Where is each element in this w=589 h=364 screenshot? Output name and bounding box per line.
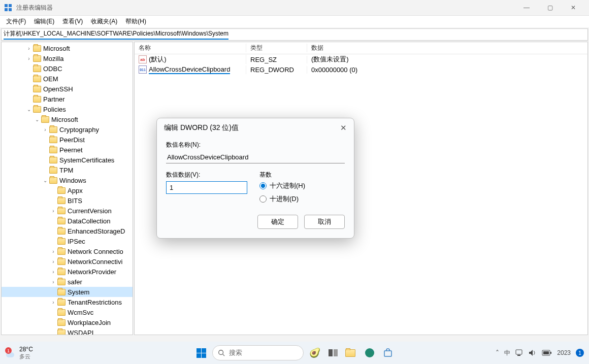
tree-item-tenantrestrictions[interactable]: ›TenantRestrictions	[2, 297, 133, 307]
tree-item-peerdist[interactable]: ›PeerDist	[2, 135, 133, 145]
svg-rect-9	[384, 351, 391, 356]
tree-item-microsoft[interactable]: ›Microsoft	[2, 43, 133, 53]
minimize-button[interactable]: —	[515, 0, 538, 15]
taskbar-store[interactable]	[381, 346, 395, 360]
radio-dec-input[interactable]	[259, 195, 267, 203]
radio-dec[interactable]: 十进制(D)	[259, 194, 305, 204]
folder-icon	[57, 218, 66, 224]
tree-item-wcmsvc[interactable]: ›WcmSvc	[2, 307, 133, 317]
tree-item-safer[interactable]: ›safer	[2, 277, 133, 287]
folder-icon	[57, 319, 66, 326]
column-type[interactable]: 类型	[246, 44, 307, 52]
list-row[interactable]: 011AllowCrossDeviceClipboardREG_DWORD0x0…	[135, 64, 587, 75]
dialog-close-button[interactable]: ✕	[340, 123, 347, 133]
column-data[interactable]: 数据	[307, 44, 587, 52]
tree-item-bits[interactable]: ›BITS	[2, 195, 133, 206]
list-row[interactable]: ab(默认)REG_SZ(数值未设置)	[135, 54, 587, 64]
menu-file[interactable]: 文件(F)	[2, 16, 30, 27]
tree-item-systemcertificates[interactable]: ›SystemCertificates	[2, 155, 133, 165]
chevron-right-icon[interactable]: ›	[26, 56, 32, 61]
tree-item-peernet[interactable]: ›Peernet	[2, 145, 133, 155]
tray-clock[interactable]: 2023	[557, 349, 571, 356]
menu-edit[interactable]: 编辑(E)	[30, 16, 58, 27]
close-button[interactable]: ✕	[562, 0, 585, 15]
tray-chevron-up-icon[interactable]: ˄	[496, 349, 499, 357]
tree-item-odbc[interactable]: ›ODBC	[2, 63, 133, 74]
radio-hex[interactable]: 十六进制(H)	[259, 181, 305, 190]
chevron-right-icon[interactable]: ›	[50, 259, 56, 264]
tree-item-openssh[interactable]: ›OpenSSH	[2, 84, 133, 94]
tree-panel[interactable]: ›Microsoft›Mozilla›ODBC›OEM›OpenSSH›Part…	[1, 42, 133, 335]
value-data-input[interactable]	[166, 181, 247, 194]
taskbar-edge[interactable]	[363, 346, 377, 360]
chevron-down-icon[interactable]: ⌄	[42, 178, 48, 183]
chevron-right-icon[interactable]: ›	[50, 249, 56, 254]
menu-view[interactable]: 查看(V)	[58, 16, 87, 27]
chevron-down-icon[interactable]: ⌄	[34, 117, 40, 122]
folder-icon	[57, 299, 66, 306]
tray-network-icon[interactable]	[515, 349, 523, 356]
value-name-label: 数值名称(N):	[166, 141, 345, 149]
taskbar-weather[interactable]: 1 28°C 多云	[5, 346, 33, 360]
chevron-right-icon[interactable]: ›	[50, 269, 56, 275]
address-bar[interactable]: 计算机\HKEY_LOCAL_MACHINE\SOFTWARE\Policies…	[1, 28, 588, 41]
column-name[interactable]: 名称	[135, 44, 246, 52]
svg-rect-2	[5, 8, 8, 11]
chevron-right-icon[interactable]: ›	[26, 46, 32, 51]
tree-item-partner[interactable]: ›Partner	[2, 94, 133, 104]
tree-item-windows[interactable]: ⌄Windows	[2, 175, 133, 185]
tree-item-networkconnectivi[interactable]: ›NetworkConnectivi	[2, 256, 133, 267]
taskbar-search[interactable]: 搜索	[212, 345, 304, 360]
tree-item-currentversion[interactable]: ›CurrentVersion	[2, 206, 133, 216]
ok-button[interactable]: 确定	[257, 215, 298, 229]
tree-item-ipsec[interactable]: ›IPSec	[2, 236, 133, 246]
tree-item-microsoft[interactable]: ⌄Microsoft	[2, 114, 133, 124]
value-data: 0x00000000 (0)	[307, 66, 587, 74]
tree-item-cryptography[interactable]: ›Cryptography	[2, 124, 133, 135]
menu-help[interactable]: 帮助(H)	[121, 16, 150, 27]
tree-item-label: PeerDist	[59, 136, 85, 144]
tree-item-wsdapi[interactable]: ›WSDAPI	[2, 327, 133, 335]
tree-item-oem[interactable]: ›OEM	[2, 74, 133, 84]
tray-battery-icon[interactable]	[542, 350, 552, 356]
tree-item-networkprovider[interactable]: ›NetworkProvider	[2, 267, 133, 277]
tree-item-datacollection[interactable]: ›DataCollection	[2, 216, 133, 226]
value-name-input[interactable]	[166, 151, 345, 163]
chevron-right-icon[interactable]: ›	[50, 208, 56, 214]
taskbar-explorer[interactable]	[344, 346, 358, 360]
weather-icon: 1	[5, 347, 16, 358]
tree-item-mozilla[interactable]: ›Mozilla	[2, 53, 133, 63]
tree-item-network-connectio[interactable]: ›Network Connectio	[2, 246, 133, 256]
folder-icon	[57, 269, 66, 275]
tree-item-label: WSDAPI	[68, 329, 93, 336]
tree-item-appx[interactable]: ›Appx	[2, 185, 133, 195]
svg-rect-7	[334, 349, 338, 356]
tree-item-label: Peernet	[59, 146, 83, 154]
chevron-right-icon[interactable]: ›	[42, 127, 48, 133]
tree-item-label: Partner	[43, 95, 65, 103]
tree-item-label: ODBC	[43, 65, 62, 73]
taskbar: 1 28°C 多云 搜索 🥑 ˄ 中 2023 1	[0, 342, 589, 364]
start-button[interactable]	[194, 346, 208, 360]
menu-favorites[interactable]: 收藏夹(A)	[87, 16, 121, 27]
tree-item-policies[interactable]: ⌄Policies	[2, 104, 133, 114]
cancel-button[interactable]: 取消	[304, 215, 345, 229]
svg-point-4	[219, 350, 223, 355]
reg-binary-icon: 011	[139, 65, 147, 74]
tray-notification-badge[interactable]: 1	[576, 349, 584, 357]
maximize-button[interactable]: ▢	[538, 0, 562, 15]
tray-ime[interactable]: 中	[504, 349, 510, 357]
base-label: 基数	[259, 171, 305, 179]
tree-item-system[interactable]: ›System	[2, 287, 133, 297]
chevron-down-icon[interactable]: ⌄	[26, 107, 32, 112]
tree-item-workplacejoin[interactable]: ›WorkplaceJoin	[2, 317, 133, 327]
taskbar-app-1[interactable]: 🥑	[308, 346, 322, 360]
chevron-right-icon[interactable]: ›	[50, 300, 56, 305]
chevron-right-icon[interactable]: ›	[50, 279, 56, 285]
taskbar-taskview[interactable]	[326, 346, 340, 360]
radio-hex-input[interactable]	[259, 182, 267, 189]
tray-volume-icon[interactable]	[529, 349, 537, 356]
tree-item-label: NetworkProvider	[68, 268, 116, 276]
tree-item-enhancedstoraged[interactable]: ›EnhancedStorageD	[2, 226, 133, 236]
tree-item-tpm[interactable]: ›TPM	[2, 165, 133, 175]
